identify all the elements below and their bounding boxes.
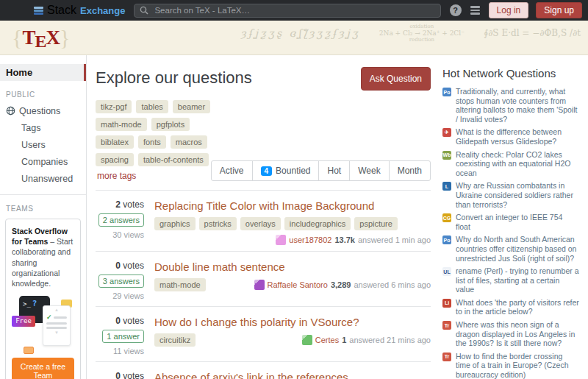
question-row: 0 votes 3 answers 29 views Double line m… bbox=[96, 252, 431, 307]
site-switcher-icon[interactable] bbox=[469, 4, 481, 16]
create-team-button[interactable]: Create a free Team bbox=[12, 358, 74, 379]
question-title-link[interactable]: How do I change this polarity in VSource… bbox=[154, 316, 431, 328]
hot-question-item[interactable]: Wb Reality check: Polar CO2 lakes coexis… bbox=[442, 150, 579, 178]
topbar-actions: ? Log in Sign up bbox=[450, 2, 582, 18]
hot-question-link[interactable]: Why do North and South American countrie… bbox=[456, 235, 579, 263]
user-avatar bbox=[254, 280, 265, 290]
logo-text-exchange: Exchange bbox=[80, 5, 125, 16]
hot-question-item[interactable]: ✈ What is the difference between Glidepa… bbox=[442, 127, 579, 146]
hot-question-item[interactable]: Po Why do North and South American count… bbox=[442, 235, 579, 263]
hot-question-item[interactable]: CG Convert an integer to IEEE 754 float bbox=[442, 213, 579, 231]
username-link[interactable]: Raffaele Santoro bbox=[268, 280, 328, 289]
user-reputation: 1 bbox=[342, 336, 346, 344]
hot-question-link[interactable]: What does 'the party of visitors refer t… bbox=[456, 298, 579, 316]
tag-pill[interactable]: pgfplots bbox=[151, 118, 190, 131]
user-avatar bbox=[276, 235, 286, 245]
logo-letter-e: E bbox=[35, 32, 46, 50]
tag-pill[interactable]: macros bbox=[171, 135, 207, 149]
view-count: 30 views bbox=[112, 230, 144, 239]
hot-question-link[interactable]: What is the difference between Glidepath… bbox=[456, 127, 579, 146]
tag-pill[interactable]: graphics bbox=[154, 217, 196, 230]
tag-pill[interactable]: overlays bbox=[240, 217, 281, 230]
hot-question-item[interactable]: Li What does 'the party of visitors refe… bbox=[442, 298, 579, 316]
question-list: 2 votes 2 answers 30 views Replacing Tit… bbox=[96, 190, 431, 379]
username-link[interactable]: Certes bbox=[315, 336, 339, 344]
tag-pill[interactable]: circuitikz bbox=[154, 333, 196, 347]
tag-pill[interactable]: math-mode bbox=[96, 118, 147, 131]
stackexchange-logo[interactable]: StackExchange bbox=[34, 4, 125, 17]
hot-question-link[interactable]: rename (Perl) - trying to renumber a lis… bbox=[456, 266, 579, 294]
hot-question-item[interactable]: UL rename (Perl) - trying to renumber a … bbox=[442, 266, 579, 294]
vote-count: 0 votes bbox=[115, 371, 144, 379]
sidebar-item-users[interactable]: Users bbox=[0, 136, 86, 153]
tab-hot[interactable]: Hot bbox=[318, 161, 349, 180]
tex-logo[interactable]: { T E X } bbox=[12, 26, 70, 49]
worldbuilding-icon: Wb bbox=[442, 151, 451, 160]
username-link[interactable]: user187802 bbox=[289, 235, 331, 244]
logo-brace-left: { bbox=[12, 26, 22, 49]
tag-pill[interactable]: beamer bbox=[173, 100, 210, 113]
globe-icon bbox=[6, 106, 15, 116]
literature-icon: Li bbox=[442, 299, 451, 308]
site-header: { T E X } ȝʄʝƺʒȿ ɞʆƪȝʒƺʄȝʝʒ oxidation 2N… bbox=[0, 21, 588, 55]
tag-pill[interactable]: biblatex bbox=[96, 135, 134, 149]
tag-pill[interactable]: tikz-pgf bbox=[96, 100, 132, 113]
more-tags-link[interactable]: more tags bbox=[97, 171, 136, 181]
sidebar-item-questions[interactable]: Questions bbox=[0, 102, 86, 119]
user-reputation: 3,289 bbox=[331, 280, 351, 289]
hot-question-item[interactable]: Tr Where was this neon sign of a dragon … bbox=[442, 320, 579, 348]
hot-question-link[interactable]: Traditionally, and currently, what stops… bbox=[456, 87, 579, 124]
aviation-icon: ✈ bbox=[442, 128, 451, 137]
tag-pill[interactable]: pstricks bbox=[199, 217, 237, 230]
stackexchange-logo-icon bbox=[34, 7, 43, 15]
tab-active[interactable]: Active bbox=[212, 161, 252, 180]
hot-question-item[interactable]: L Why are Russian combatants in Ukraine … bbox=[442, 181, 579, 209]
tag-pill[interactable]: math-mode bbox=[154, 278, 206, 291]
hot-question-link[interactable]: Why are Russian combatants in Ukraine co… bbox=[456, 181, 579, 209]
hot-network-questions: Hot Network Questions Po Traditionally, … bbox=[441, 55, 588, 379]
tag-pill[interactable]: includegraphics bbox=[284, 217, 351, 230]
answer-count: 2 answers bbox=[98, 213, 144, 227]
watermark-reduction-label: reduction bbox=[379, 37, 465, 43]
hot-question-link[interactable]: Convert an integer to IEEE 754 float bbox=[456, 213, 579, 231]
tag-pill[interactable]: tables bbox=[136, 100, 168, 113]
hot-question-item[interactable]: Tr How to find the border crossing time … bbox=[442, 352, 579, 379]
login-button[interactable]: Log in bbox=[489, 2, 529, 18]
question-title-link[interactable]: Double line math sentence bbox=[154, 261, 431, 273]
help-icon[interactable]: ? bbox=[450, 4, 462, 16]
travel-icon: Tr bbox=[442, 321, 451, 330]
tag-pill[interactable]: pspicture bbox=[354, 217, 398, 230]
sidebar-item-tags[interactable]: Tags bbox=[0, 119, 86, 136]
question-stats: 0 votes 3 answers 29 views bbox=[96, 261, 154, 300]
question-title-link[interactable]: Replacing Title Color with Image Backgro… bbox=[154, 199, 431, 212]
vote-count: 2 votes bbox=[115, 199, 144, 210]
hot-question-item[interactable]: Po Traditionally, and currently, what st… bbox=[442, 87, 579, 124]
tab-bountied[interactable]: 4Bountied bbox=[252, 161, 319, 180]
question-user: Certes 1 answered 21 mins ago bbox=[302, 335, 431, 345]
signup-button[interactable]: Sign up bbox=[536, 2, 582, 18]
ask-question-button[interactable]: Ask Question bbox=[361, 67, 431, 91]
check-icon: ✓ bbox=[46, 314, 52, 320]
tag-pill[interactable]: fonts bbox=[138, 135, 166, 149]
search-bar[interactable] bbox=[134, 4, 440, 18]
search-input[interactable] bbox=[153, 5, 434, 15]
watermark-integral-formula: ∮∂S E·dl = −∂ΦB,S /∂t bbox=[484, 28, 581, 38]
hot-question-link[interactable]: Reality check: Polar CO2 lakes coexistin… bbox=[456, 150, 579, 178]
law-icon: L bbox=[442, 182, 451, 191]
sidebar-section-teams: TEAMS bbox=[6, 205, 86, 213]
activity-time: answered 21 mins ago bbox=[349, 336, 431, 344]
tab-month[interactable]: Month bbox=[389, 161, 430, 180]
question-stats: 0 votes 1 answer 11 views bbox=[96, 316, 154, 355]
hot-question-link[interactable]: How to find the border crossing time of … bbox=[456, 352, 579, 379]
hot-question-link[interactable]: Where was this neon sign of a dragon dis… bbox=[456, 320, 579, 348]
sidebar-item-companies[interactable]: Companies bbox=[0, 153, 86, 170]
checklist-card-icon: ▲ ✓ ▼ bbox=[43, 305, 71, 346]
tag-pill[interactable]: spacing bbox=[96, 153, 134, 166]
tab-week[interactable]: Week bbox=[349, 161, 388, 180]
sidebar-item-home[interactable]: Home bbox=[0, 64, 86, 81]
question-title-link[interactable]: Absence of arxiv's link in the reference… bbox=[154, 371, 431, 379]
teams-promo-card: Stack Overflow for Teams – Start collabo… bbox=[5, 219, 81, 379]
tag-pill[interactable]: table-of-contents bbox=[138, 153, 209, 166]
sidebar-item-unanswered[interactable]: Unanswered bbox=[0, 170, 86, 187]
teams-illustration: >_? Free ▲ ✓ ▼ bbox=[12, 294, 74, 355]
